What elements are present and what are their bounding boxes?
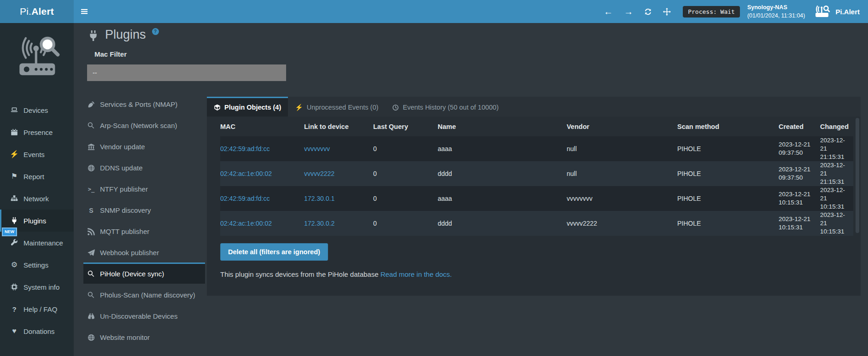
help-badge[interactable]: ? — [152, 28, 159, 35]
mac-link[interactable]: 02:42:ac:1e:00:02 — [220, 169, 304, 178]
plugin-item-vendor-update[interactable]: Vendor update — [83, 135, 205, 157]
globe-icon — [87, 334, 95, 341]
tab-unprocessed-events[interactable]: ⚡ Unprocessed Events (0) — [288, 97, 385, 117]
device-link[interactable]: 172.30.0.2 — [304, 219, 373, 228]
wrench-icon — [10, 239, 18, 246]
column-header-scan-method[interactable]: Scan method — [677, 123, 779, 131]
sidebar-item-network[interactable]: Network — [0, 187, 74, 210]
sitemap-icon — [10, 195, 18, 202]
sidebar-item-events[interactable]: ⚡ Events — [0, 143, 74, 165]
page-title: Plugins ? — [88, 28, 159, 42]
mac-filter-input[interactable] — [87, 64, 286, 81]
sidebar-item-report[interactable]: ⚑ Report — [0, 165, 74, 187]
column-header-last-query[interactable]: Last Query — [373, 123, 438, 131]
letter-s-icon: S — [87, 207, 95, 214]
plugin-item-nmap[interactable]: Services & Ports (NMAP) — [83, 93, 205, 114]
fullscreen-move-button[interactable] — [657, 0, 676, 23]
process-status-badge: Process: Wait — [683, 6, 740, 18]
bolt-icon: ⚡ — [10, 151, 18, 158]
sidebar-item-label: Network — [23, 195, 49, 203]
nav-forward-button[interactable]: → — [618, 0, 639, 23]
hamburger-icon — [81, 8, 88, 15]
plugin-description-text: This plugin syncs devices from the PiHol… — [220, 270, 381, 278]
device-link[interactable]: vvvvvvvv — [304, 145, 373, 153]
plugin-item-website-monitor[interactable]: Website monitor — [83, 326, 205, 347]
sidebar-item-system-info[interactable]: System info — [0, 276, 74, 298]
scan-method-value: PIHOLE — [677, 219, 779, 228]
changed-value: 2023-12-21 21:15:31 — [820, 136, 853, 161]
plugin-item-mqtt[interactable]: MQTT publisher — [83, 220, 205, 241]
column-header-mac[interactable]: MAC — [220, 123, 304, 131]
plugin-item-ntfy[interactable]: >_ NTFY publisher — [83, 178, 205, 199]
mac-link[interactable]: 02:42:59:ad:fd:cc — [220, 194, 304, 203]
plugin-item-label: Pholus-Scan (Name discovery) — [100, 291, 195, 299]
satellite-dish-icon — [87, 101, 95, 108]
plugin-item-label: Un-Discoverable Devices — [100, 312, 177, 320]
plugin-item-pihole[interactable]: PiHole (Device sync) — [83, 263, 205, 284]
sidebar-item-maintenance[interactable]: NEW Maintenance — [0, 232, 74, 254]
plugin-item-label: Services & Ports (NMAP) — [100, 100, 177, 108]
mac-link[interactable]: 02:42:ac:1e:00:02 — [220, 219, 304, 228]
plugin-item-undiscoverable[interactable]: Un-Discoverable Devices — [83, 305, 205, 326]
app-label: Pi.Alert — [835, 8, 860, 16]
last-query-value: 0 — [373, 169, 438, 178]
top-header: Pi.Alert ← → Process: Wait Synology-NAS … — [0, 0, 868, 23]
paper-plane-icon — [87, 249, 95, 257]
rss-icon — [87, 228, 95, 235]
search-icon — [87, 270, 95, 278]
bank-icon — [87, 143, 95, 151]
microchip-icon — [10, 283, 18, 291]
device-link[interactable]: 172.30.0.1 — [304, 194, 373, 203]
sidebar-item-donations[interactable]: ♥ Donations — [0, 320, 74, 342]
table-scrollbar[interactable] — [856, 118, 859, 233]
name-value: dddd — [438, 219, 567, 228]
refresh-button[interactable] — [639, 0, 657, 23]
tab-events-history[interactable]: Events History (50 out of 10000) — [385, 97, 505, 117]
tab-label: Plugin Objects (4) — [224, 104, 281, 111]
plugin-item-label: SNMP discovery — [100, 206, 151, 214]
plugin-detail-panel: Plugin Objects (4) ⚡ Unprocessed Events … — [207, 97, 861, 296]
tab-strip: Plugin Objects (4) ⚡ Unprocessed Events … — [207, 97, 861, 117]
scan-method-value: PIHOLE — [677, 145, 779, 153]
name-value: aaaa — [438, 194, 567, 203]
sidebar-item-label: Maintenance — [23, 239, 63, 247]
vendor-value: null — [567, 169, 677, 178]
plugin-item-snmp[interactable]: S SNMP discovery — [83, 199, 205, 220]
sidebar-item-label: Events — [23, 151, 45, 158]
page-title-text: Plugins — [105, 28, 146, 42]
plugin-item-ddns[interactable]: DDNS update — [83, 157, 205, 178]
column-header-name[interactable]: Name — [438, 123, 567, 131]
sidebar-item-devices[interactable]: Devices — [0, 99, 74, 121]
created-value: 2023-12-21 10:15:31 — [779, 190, 820, 207]
read-more-link[interactable]: Read more in the docs. — [381, 270, 452, 278]
flag-icon: ⚑ — [10, 173, 18, 180]
column-header-created[interactable]: Created — [779, 123, 820, 131]
router-magnifier-logo-icon — [9, 32, 65, 78]
nav-back-button[interactable]: ← — [598, 0, 618, 23]
delete-all-button[interactable]: Delete all (filters are ignored) — [220, 243, 328, 261]
mac-link[interactable]: 02:42:59:ad:fd:cc — [220, 145, 304, 153]
plugin-item-label: MQTT publisher — [100, 228, 149, 235]
last-query-value: 0 — [373, 219, 438, 228]
tab-label: Events History (50 out of 10000) — [403, 104, 499, 111]
tab-plugin-objects[interactable]: Plugin Objects (4) — [207, 97, 288, 117]
sidebar-item-label: Presence — [23, 128, 53, 136]
plugin-item-label: DDNS update — [100, 164, 143, 172]
plugin-item-webhook[interactable]: Webhook publisher — [83, 241, 205, 263]
sidebar-toggle-button[interactable] — [74, 0, 95, 23]
brand-logo[interactable]: Pi.Alert — [0, 0, 74, 23]
sidebar-item-settings[interactable]: ⚙ Settings — [0, 254, 74, 276]
plugin-item-label: Webhook publisher — [100, 249, 159, 257]
column-header-link[interactable]: Link to device — [304, 123, 373, 131]
sidebar-item-presence[interactable]: Presence — [0, 121, 74, 143]
sidebar-logo — [0, 23, 74, 78]
plugin-item-pholus[interactable]: Pholus-Scan (Name discovery) — [83, 284, 205, 305]
device-link[interactable]: vvvvv2222 — [304, 169, 373, 178]
column-header-vendor[interactable]: Vendor — [567, 123, 677, 131]
laptop-icon — [10, 106, 18, 114]
plugin-item-label: PiHole (Device sync) — [100, 270, 164, 278]
clock-icon — [392, 104, 399, 111]
plugin-item-arpscan[interactable]: Arp-Scan (Network scan) — [83, 114, 205, 135]
sidebar-item-help-faq[interactable]: ? Help / FAQ — [0, 298, 74, 320]
column-header-changed[interactable]: Changed — [820, 123, 853, 131]
